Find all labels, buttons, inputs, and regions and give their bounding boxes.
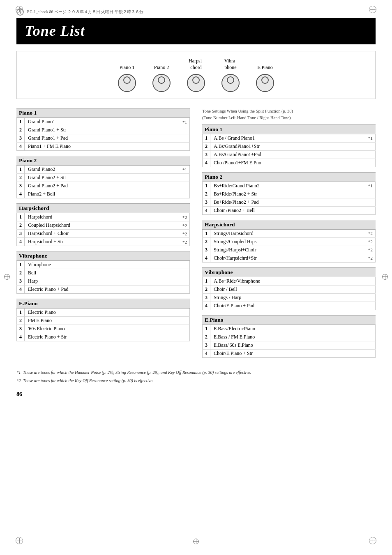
row-note bbox=[178, 269, 190, 277]
table-row: 4Electric Piano + Pad bbox=[17, 286, 190, 294]
row-name: E.Bass/'60s E.Piano bbox=[210, 341, 363, 349]
section-header-vibraphone-right: Vibraphone bbox=[202, 267, 376, 277]
row-num: 2 bbox=[17, 126, 25, 134]
row-note: *2 bbox=[178, 213, 190, 221]
row-num: 1 bbox=[203, 277, 210, 286]
section-harpsichord-right: Harpsichord 1Strings/Harpsichord*2 2Stri… bbox=[202, 220, 376, 263]
table-epiano-right: 1E.Bass/ElectricPiano 2E.Bass / FM E.Pia… bbox=[202, 325, 376, 358]
row-name: Grand Piano2 + Pad bbox=[25, 182, 178, 190]
row-num: 4 bbox=[17, 333, 25, 341]
row-name: Piano2 + Bell bbox=[25, 190, 178, 198]
footnote-1: *1 These are tones for which the Hammer … bbox=[16, 369, 376, 376]
row-num: 2 bbox=[203, 190, 210, 198]
row-num: 1 bbox=[17, 166, 25, 174]
row-note bbox=[363, 142, 376, 150]
table-row: 3Strings/Harpsi+Choir*2 bbox=[203, 246, 376, 254]
tone-item-vibraphone: Vibra-phone bbox=[221, 58, 240, 92]
row-num: 1 bbox=[17, 309, 25, 317]
row-name: Choir/Harpsichrd+Str bbox=[210, 254, 363, 262]
row-num: 3 bbox=[203, 150, 210, 159]
row-note bbox=[178, 134, 190, 143]
row-num: 4 bbox=[203, 254, 210, 262]
row-note: *1 bbox=[178, 166, 190, 174]
row-num: 1 bbox=[17, 261, 25, 269]
section-header-epiano-right: E.Piano bbox=[202, 315, 376, 325]
row-note: *1 bbox=[363, 134, 376, 143]
table-row: 4Choir/E.Piano + Pad bbox=[203, 302, 376, 310]
row-num: 4 bbox=[17, 143, 25, 151]
row-name: Grand Piano1 bbox=[25, 118, 178, 126]
table-epiano-left: 1Electric Piano 2FM E.Piano 3'60s Electr… bbox=[16, 309, 190, 341]
row-note bbox=[363, 206, 376, 214]
row-name: Strings/Harpsi+Choir bbox=[210, 246, 363, 254]
row-num: 3 bbox=[17, 277, 25, 286]
row-note bbox=[178, 126, 190, 134]
reg-mark-bottom-center bbox=[193, 539, 199, 546]
row-name: Harp bbox=[25, 277, 178, 286]
table-harpsichord-right: 1Strings/Harpsichord*2 2Strings/Coupled … bbox=[202, 230, 376, 263]
section-header-piano1-left: Piano 1 bbox=[16, 108, 190, 118]
row-note bbox=[363, 190, 376, 198]
row-num: 2 bbox=[203, 237, 210, 246]
row-name: Strings / Harp bbox=[210, 293, 363, 302]
row-name: '60s Electric Piano bbox=[25, 325, 178, 333]
row-name: Choir / Bell bbox=[210, 285, 363, 293]
table-row: 4Cho /Piano1+FM E.Pno bbox=[203, 159, 376, 167]
table-row: 3'60s Electric Piano bbox=[17, 325, 190, 333]
reg-mark-bottom-left bbox=[16, 537, 23, 546]
knob-harpsichord[interactable] bbox=[187, 74, 205, 92]
row-num: 1 bbox=[203, 134, 210, 143]
row-note bbox=[363, 349, 376, 357]
row-num: 3 bbox=[17, 230, 25, 238]
row-note: *2 bbox=[178, 230, 190, 238]
row-note: *2 bbox=[363, 237, 376, 246]
row-note: *2 bbox=[178, 221, 190, 230]
row-name: Strings/Harpsichord bbox=[210, 230, 363, 238]
row-name: A.Bs / Grand Piano1 bbox=[210, 134, 363, 143]
table-piano1-left: 1Grand Piano1*1 2Grand Piano1 + Str 3Gra… bbox=[16, 118, 190, 151]
table-vibraphone-right: 1A.Bs+Ride/Vibraphone 2Choir / Bell 3Str… bbox=[202, 277, 376, 310]
section-header-harpsichord-right: Harpsichord bbox=[202, 220, 376, 230]
tone-selector-inner: Piano 1 Piano 2 Harpsi-chord Vibra-phone… bbox=[118, 58, 274, 92]
row-num: 2 bbox=[17, 174, 25, 182]
tone-label-piano2: Piano 2 bbox=[154, 64, 169, 71]
row-note bbox=[363, 293, 376, 302]
knob-epiano[interactable] bbox=[256, 74, 274, 92]
table-row: 3Strings / Harp bbox=[203, 293, 376, 302]
section-header-piano1-right: Piano 1 bbox=[202, 124, 376, 134]
tone-selector: Piano 1 Piano 2 Harpsi-chord Vibra-phone… bbox=[16, 51, 376, 99]
row-note bbox=[178, 286, 190, 294]
knob-piano1[interactable] bbox=[118, 74, 136, 92]
table-piano2-right: 1Bs+Ride/Grand Piano2*1 2Bs+Ride/Piano2 … bbox=[202, 182, 376, 215]
table-row: 1Harpsichord*2 bbox=[17, 213, 190, 221]
row-note bbox=[178, 309, 190, 317]
table-row: 3Grand Piano2 + Pad bbox=[17, 182, 190, 190]
row-name: Bs+Ride/Grand Piano2 bbox=[210, 182, 363, 190]
row-num: 1 bbox=[203, 182, 210, 190]
row-num: 3 bbox=[17, 182, 25, 190]
header-corner-mark bbox=[16, 8, 24, 16]
split-note-line1: Tone Settings When Using the Split Funct… bbox=[202, 108, 376, 115]
row-name: Harpsichord bbox=[25, 213, 178, 221]
row-name: Choir/E.Piano + Str bbox=[210, 349, 363, 357]
row-num: 4 bbox=[203, 349, 210, 357]
knob-vibraphone[interactable] bbox=[221, 74, 240, 92]
row-name: Grand Piano2 bbox=[25, 166, 178, 174]
knob-piano2[interactable] bbox=[152, 74, 171, 92]
tone-item-piano2: Piano 2 bbox=[152, 64, 171, 92]
row-note bbox=[363, 159, 376, 167]
row-num: 3 bbox=[17, 325, 25, 333]
table-row: 3Harp bbox=[17, 277, 190, 286]
row-num: 4 bbox=[17, 238, 25, 246]
row-num: 3 bbox=[203, 341, 210, 349]
row-name: Choir/E.Piano + Pad bbox=[210, 302, 363, 310]
table-row: 3A.Bs/GrandPiano1+Pad bbox=[203, 150, 376, 159]
reg-mark-top-right bbox=[369, 6, 376, 15]
row-num: 4 bbox=[203, 159, 210, 167]
table-vibraphone-left: 1Vibraphone 2Bell 3Harp 4Electric Piano … bbox=[16, 261, 190, 294]
section-harpsichord-left: Harpsichord 1Harpsichord*2 2Coupled Harp… bbox=[16, 203, 190, 246]
table-row: 4Choir/Harpsichrd+Str*2 bbox=[203, 254, 376, 262]
row-num: 1 bbox=[17, 213, 25, 221]
table-row: 2Coupled Harpsichord*2 bbox=[17, 221, 190, 230]
section-header-vibraphone-left: Vibraphone bbox=[16, 251, 190, 261]
